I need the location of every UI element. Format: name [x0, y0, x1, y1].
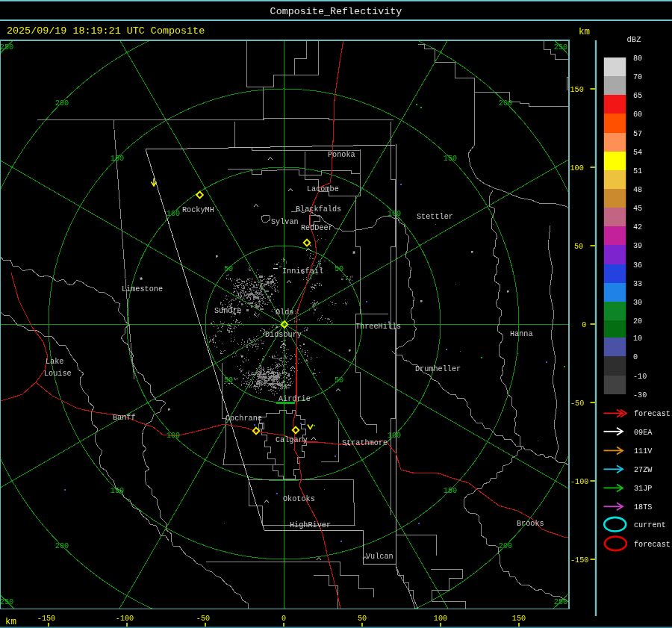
svg-text:2025/09/19 18:19:21 UTC Compos: 2025/09/19 18:19:21 UTC Composite	[7, 25, 205, 37]
svg-text:50: 50	[335, 265, 343, 273]
svg-text:Strathmore: Strathmore	[342, 439, 388, 447]
svg-text:10: 10	[633, 335, 642, 343]
svg-text:200: 200	[499, 542, 512, 550]
svg-text:ThreeHills: ThreeHills	[355, 323, 401, 331]
svg-text:54: 54	[633, 149, 642, 157]
svg-text:-50: -50	[196, 615, 210, 623]
svg-text:150: 150	[111, 487, 124, 495]
svg-text:150: 150	[512, 615, 526, 623]
svg-text:48: 48	[633, 186, 642, 194]
svg-text:forecast: forecast	[634, 410, 671, 418]
svg-text:-50: -50	[570, 400, 584, 408]
svg-text:Limestone: Limestone	[122, 285, 163, 293]
svg-text:-150: -150	[570, 556, 588, 565]
svg-text:RockyMH: RockyMH	[182, 206, 214, 214]
svg-text:200: 200	[55, 542, 69, 550]
svg-text:200: 200	[55, 99, 69, 108]
svg-text:Calgary: Calgary	[276, 436, 308, 444]
svg-text:-100: -100	[570, 478, 588, 486]
svg-text:150: 150	[570, 86, 584, 94]
svg-text:Innisfail: Innisfail	[282, 267, 323, 276]
svg-text:36: 36	[633, 261, 642, 270]
svg-text:Sylvan: Sylvan	[271, 218, 299, 226]
svg-text:Airdrie: Airdrie	[279, 395, 311, 403]
svg-text:-150: -150	[37, 615, 55, 623]
svg-text:100: 100	[388, 432, 401, 440]
svg-text:70: 70	[633, 73, 642, 81]
svg-text:0: 0	[633, 353, 638, 361]
svg-text:60: 60	[633, 111, 642, 119]
svg-text:Sundre: Sundre	[214, 307, 242, 315]
svg-text:Didsbury: Didsbury	[265, 331, 302, 339]
svg-text:Cochrane: Cochrane	[225, 414, 262, 423]
svg-text:18TS: 18TS	[634, 503, 652, 512]
svg-text:111V: 111V	[634, 447, 653, 456]
svg-text:HighRiver: HighRiver	[290, 521, 331, 529]
svg-text:Ponoka: Ponoka	[328, 151, 355, 159]
svg-text:*: *	[139, 276, 144, 285]
svg-text:Vulcan: Vulcan	[366, 553, 393, 561]
svg-text:57: 57	[633, 130, 642, 138]
svg-text:30: 30	[633, 299, 642, 307]
svg-text:50: 50	[224, 265, 233, 273]
svg-text:Composite_Reflectivity: Composite_Reflectivity	[270, 6, 402, 17]
svg-text:200: 200	[499, 99, 512, 108]
svg-text:250: 250	[554, 43, 567, 52]
svg-text:km: km	[579, 27, 590, 37]
svg-text:km: km	[5, 617, 16, 627]
svg-text:50: 50	[335, 376, 343, 385]
svg-text:current: current	[634, 521, 666, 529]
svg-text:250: 250	[554, 598, 567, 606]
svg-text:150: 150	[444, 487, 457, 495]
svg-text:80: 80	[633, 55, 642, 63]
svg-text:45: 45	[633, 205, 642, 213]
svg-text:20: 20	[633, 317, 642, 326]
svg-text:Hanna: Hanna	[510, 330, 533, 338]
svg-text:09EA: 09EA	[634, 429, 653, 437]
svg-text:100: 100	[167, 210, 180, 218]
svg-text:100: 100	[434, 615, 447, 623]
svg-text:Okotoks: Okotoks	[283, 495, 315, 503]
svg-text:Lacombe: Lacombe	[307, 185, 339, 193]
svg-text:*: *	[352, 250, 357, 259]
svg-text:Olds: Olds	[276, 308, 293, 317]
svg-text:0: 0	[281, 615, 286, 623]
svg-text:forecast: forecast	[634, 541, 671, 549]
svg-text:RedDeer: RedDeer	[301, 224, 333, 232]
svg-text:dBZ: dBZ	[627, 35, 641, 44]
svg-text:-30: -30	[633, 391, 647, 400]
svg-text:250: 250	[0, 598, 13, 606]
svg-text:51: 51	[633, 167, 642, 175]
svg-text:33: 33	[633, 280, 642, 288]
svg-text:Brooks: Brooks	[517, 520, 544, 528]
svg-text:100: 100	[388, 210, 401, 218]
svg-text:Stettler: Stettler	[417, 213, 453, 221]
svg-text:250: 250	[0, 43, 13, 52]
svg-text:31JP: 31JP	[634, 485, 652, 493]
svg-text:42: 42	[633, 223, 642, 231]
svg-text:150: 150	[444, 155, 457, 163]
svg-text:-10: -10	[633, 373, 647, 381]
svg-text:27ZW: 27ZW	[634, 466, 653, 474]
svg-text:Blackfalds: Blackfalds	[296, 205, 341, 214]
svg-text:50: 50	[224, 376, 233, 385]
svg-text:Louise: Louise	[44, 370, 72, 378]
svg-text:-100: -100	[116, 615, 134, 623]
svg-text:65: 65	[633, 92, 642, 100]
svg-text:150: 150	[111, 155, 124, 163]
svg-text:100: 100	[570, 164, 584, 172]
svg-text:39: 39	[633, 242, 642, 250]
svg-text:Banff: Banff	[113, 414, 136, 422]
svg-text:50: 50	[574, 243, 583, 251]
svg-text:0: 0	[582, 321, 586, 329]
svg-text:50: 50	[358, 615, 367, 623]
svg-text:Lake: Lake	[46, 358, 63, 366]
svg-text:Drumheller: Drumheller	[415, 365, 461, 373]
svg-text:100: 100	[167, 432, 180, 440]
